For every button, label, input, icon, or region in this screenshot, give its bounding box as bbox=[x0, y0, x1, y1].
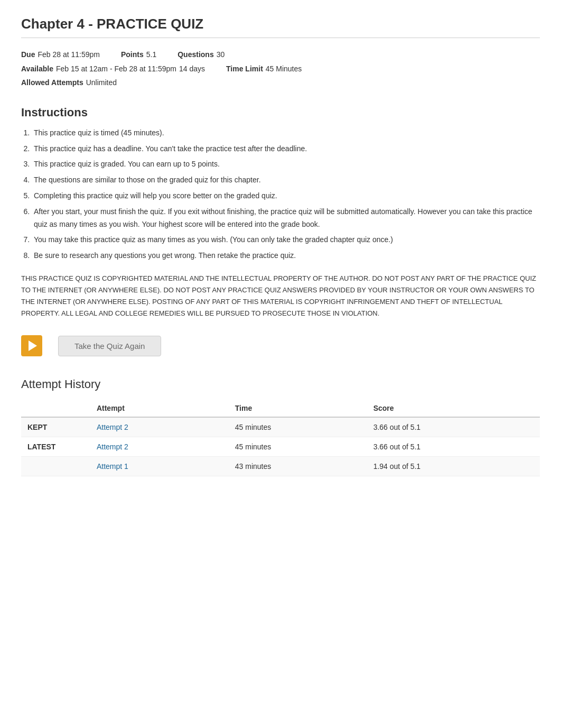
attempt-1-link[interactable]: Attempt 1 bbox=[97, 462, 128, 471]
col-header-label bbox=[21, 400, 90, 417]
row-3-attempt[interactable]: Attempt 1 bbox=[90, 457, 229, 476]
instruction-item-6: After you start, your must finish the qu… bbox=[32, 206, 540, 231]
instructions-section: Instructions This practice quiz is timed… bbox=[21, 106, 540, 262]
instruction-item-3: This practice quiz is graded. You can ea… bbox=[32, 158, 540, 171]
row-3-score: 1.94 out of 5.1 bbox=[367, 457, 540, 476]
available-value: Feb 15 at 12am - Feb 28 at 11:59pm bbox=[56, 62, 176, 76]
table-row: Attempt 1 43 minutes 1.94 out of 5.1 bbox=[21, 457, 540, 476]
instruction-item-8: Be sure to research any questions you ge… bbox=[32, 250, 540, 262]
due-value: Feb 28 at 11:59pm bbox=[38, 48, 100, 62]
instruction-item-7: You may take this practice quiz as many … bbox=[32, 234, 540, 246]
time-limit-label: Time Limit bbox=[226, 62, 263, 76]
row-3-label bbox=[21, 457, 90, 476]
row-1-time: 45 minutes bbox=[229, 417, 367, 437]
col-header-attempt: Attempt bbox=[90, 400, 229, 417]
attempt-2-link-latest[interactable]: Attempt 2 bbox=[97, 443, 128, 451]
instructions-list: This practice quiz is timed (45 minutes)… bbox=[32, 127, 540, 262]
questions-value: 30 bbox=[217, 48, 225, 62]
available-days: 14 days bbox=[179, 62, 205, 76]
questions-label: Questions bbox=[177, 48, 213, 62]
table-header-row: Attempt Time Score bbox=[21, 400, 540, 417]
due-label: Due bbox=[21, 48, 35, 62]
row-1-label: KEPT bbox=[21, 417, 90, 437]
action-bar: Take the Quiz Again bbox=[21, 335, 540, 356]
row-1-attempt[interactable]: Attempt 2 bbox=[90, 417, 229, 437]
copyright-text: THIS PRACTICE QUIZ IS COPYRIGHTED MATERI… bbox=[21, 273, 540, 319]
instruction-item-1: This practice quiz is timed (45 minutes)… bbox=[32, 127, 540, 140]
allowed-attempts-value: Unlimited bbox=[86, 76, 117, 90]
attempt-history-section: Attempt History Attempt Time Score KEPT … bbox=[21, 377, 540, 476]
attempt-history-table: Attempt Time Score KEPT Attempt 2 45 min… bbox=[21, 400, 540, 476]
meta-section: Due Feb 28 at 11:59pm Points 5.1 Questio… bbox=[21, 48, 540, 90]
row-2-time: 45 minutes bbox=[229, 437, 367, 457]
row-2-score: 3.66 out of 5.1 bbox=[367, 437, 540, 457]
points-value: 5.1 bbox=[146, 48, 156, 62]
take-quiz-again-button[interactable]: Take the Quiz Again bbox=[58, 336, 161, 356]
page-title: Chapter 4 - PRACTICE QUIZ bbox=[21, 16, 540, 38]
col-header-time: Time bbox=[229, 400, 367, 417]
table-row: LATEST Attempt 2 45 minutes 3.66 out of … bbox=[21, 437, 540, 457]
available-label: Available bbox=[21, 62, 53, 76]
col-header-score: Score bbox=[367, 400, 540, 417]
row-1-score: 3.66 out of 5.1 bbox=[367, 417, 540, 437]
instruction-item-2: This practice quiz has a deadline. You c… bbox=[32, 143, 540, 155]
time-limit-value: 45 Minutes bbox=[266, 62, 302, 76]
table-row: KEPT Attempt 2 45 minutes 3.66 out of 5.… bbox=[21, 417, 540, 437]
allowed-attempts-label: Allowed Attempts bbox=[21, 76, 83, 90]
row-2-label: LATEST bbox=[21, 437, 90, 457]
instructions-title: Instructions bbox=[21, 106, 540, 119]
points-label: Points bbox=[121, 48, 144, 62]
row-3-time: 43 minutes bbox=[229, 457, 367, 476]
play-button[interactable] bbox=[21, 335, 42, 356]
instruction-item-5: Completing this practice quiz will help … bbox=[32, 190, 540, 202]
attempt-history-title: Attempt History bbox=[21, 377, 540, 391]
row-2-attempt[interactable]: Attempt 2 bbox=[90, 437, 229, 457]
attempt-2-link-kept[interactable]: Attempt 2 bbox=[97, 423, 128, 431]
instruction-item-4: The questions are similar to those on th… bbox=[32, 174, 540, 187]
play-icon bbox=[29, 340, 37, 351]
